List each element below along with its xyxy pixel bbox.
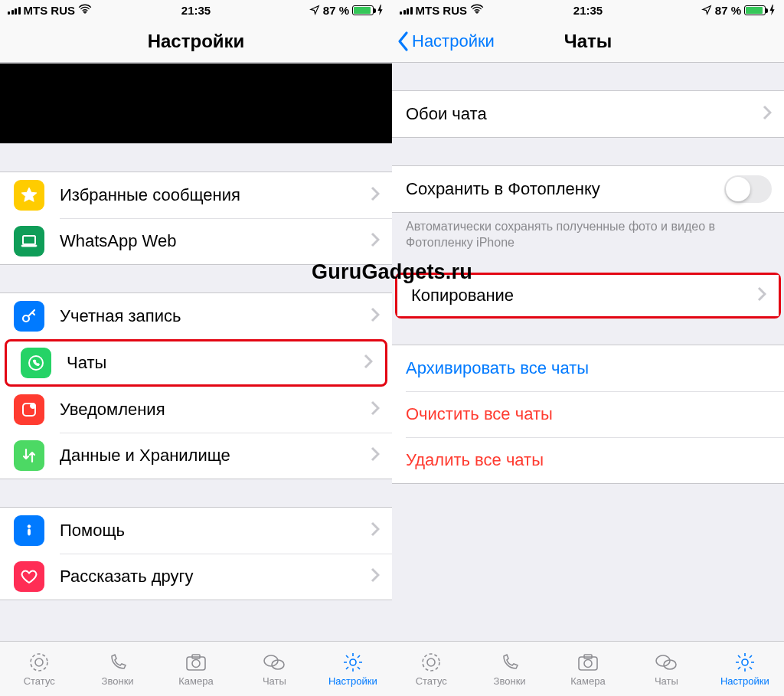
row-data-storage[interactable]: Данные и Хранилище [0,433,392,479]
notification-badge-icon [14,394,44,425]
svg-point-8 [31,654,47,671]
save-photos-footnote: Автоматически сохранять полученные фото … [392,213,784,251]
row-label: Удалить все чаты [406,450,772,470]
battery-percent: 87 % [715,4,741,17]
row-label: Данные и Хранилище [60,446,371,466]
tab-label: Чаты [655,675,678,687]
svg-point-15 [350,659,356,665]
row-label: Обои чата [406,104,763,124]
carrier-name: MTS RUS [24,4,76,17]
row-help[interactable]: Помощь [0,508,392,554]
battery-icon [744,5,766,15]
tab-label: Звонки [494,675,526,687]
whatsapp-icon [21,348,51,378]
battery-icon [352,5,374,15]
page-title: Чаты [564,31,612,52]
svg-point-11 [192,660,200,668]
row-label: Копирование [411,286,757,306]
cell-signal-icon [400,5,413,15]
row-chat-wallpaper[interactable]: Обои чата [392,91,784,137]
row-label: Сохранить в Фотопленку [406,179,724,199]
row-notifications[interactable]: Уведомления [0,387,392,433]
tab-calls[interactable]: Звонки [78,642,156,696]
row-label: Чаты [67,353,364,373]
tab-status[interactable]: Статус [392,642,470,696]
tab-camera[interactable]: Камера [549,642,627,696]
tab-chats[interactable]: Чаты [235,642,313,696]
highlight-backup-row: Копирование [395,273,781,319]
tab-label: Звонки [102,675,134,687]
charging-icon [377,5,384,15]
page-title: Настройки [148,31,245,52]
navbar: Настройки Чаты [392,20,784,63]
tab-camera[interactable]: Камера [157,642,235,696]
carrier-name: MTS RUS [416,4,468,17]
chevron-right-icon [371,307,380,325]
clock-time: 21:35 [181,4,211,17]
row-whatsapp-web[interactable]: WhatsApp Web [0,218,392,264]
charging-icon [769,5,776,15]
cell-signal-icon [8,5,21,15]
svg-point-16 [423,654,439,671]
navbar: Настройки [0,20,392,63]
tab-status[interactable]: Статус [0,642,78,696]
chevron-right-icon [371,521,380,540]
data-arrows-icon [14,440,44,471]
toggle-save-photos[interactable] [724,175,772,203]
row-save-to-camera-roll[interactable]: Сохранить в Фотопленку [392,166,784,212]
row-label: Архивировать все чаты [406,358,772,378]
svg-point-19 [584,660,592,668]
chevron-right-icon [763,105,772,123]
tab-label: Статус [416,675,447,687]
tab-chats[interactable]: Чаты [627,642,705,696]
key-icon [14,301,44,332]
screenshot-left-settings: MTS RUS 21:35 87 % Настройки [0,0,392,696]
tab-calls[interactable]: Звонки [470,642,548,696]
chats-group-save-photos: Сохранить в Фотопленку [392,165,784,213]
chats-group-backup: Копирование [397,275,779,316]
battery-percent: 87 % [323,4,349,17]
chevron-right-icon [371,232,380,250]
row-clear-all-chats[interactable]: Очистить все чаты [392,391,784,437]
row-chats[interactable]: Чаты [7,341,385,384]
wifi-icon [78,4,92,17]
svg-point-7 [28,525,31,528]
row-starred-messages[interactable]: Избранные сообщения [0,172,392,218]
row-delete-all-chats[interactable]: Удалить все чаты [392,437,784,483]
chevron-right-icon [371,400,380,419]
tab-settings[interactable]: Настройки [706,642,784,696]
row-archive-all-chats[interactable]: Архивировать все чаты [392,345,784,391]
profile-header-redacted[interactable] [0,63,392,144]
chevron-right-icon [371,567,380,586]
screenshot-right-chats: MTS RUS 21:35 87 % Настройки Чаты [392,0,784,696]
svg-rect-6 [28,529,31,535]
back-label: Настройки [412,31,495,51]
location-icon [309,5,320,15]
tab-settings[interactable]: Настройки [314,642,392,696]
chevron-right-icon [371,186,380,204]
info-icon [14,515,44,546]
row-label: Помощь [60,521,371,541]
row-tell-a-friend[interactable]: Рассказать другу [0,554,392,600]
highlight-chats-row: Чаты [5,339,387,387]
status-bar: MTS RUS 21:35 87 % [392,0,784,20]
location-icon [701,5,712,15]
wifi-icon [470,4,484,17]
tab-label: Настройки [328,675,377,687]
settings-group-2: Учетная запись Чаты [0,292,392,479]
svg-point-5 [31,404,36,409]
clock-time: 21:35 [573,4,603,17]
settings-group-1: Избранные сообщения WhatsApp Web [0,172,392,265]
row-label: WhatsApp Web [60,231,371,251]
tab-bar: Статус Звонки Камера Чаты Настройки [392,641,784,696]
row-chat-backup[interactable]: Копирование [397,275,779,316]
svg-rect-1 [21,245,37,247]
row-label: Очистить все чаты [406,404,772,424]
tab-label: Камера [570,675,605,687]
row-account[interactable]: Учетная запись [0,293,392,339]
back-button[interactable]: Настройки [392,31,499,52]
svg-point-9 [35,658,43,666]
svg-rect-0 [23,236,35,244]
tab-label: Статус [24,675,55,687]
svg-point-17 [427,658,435,666]
